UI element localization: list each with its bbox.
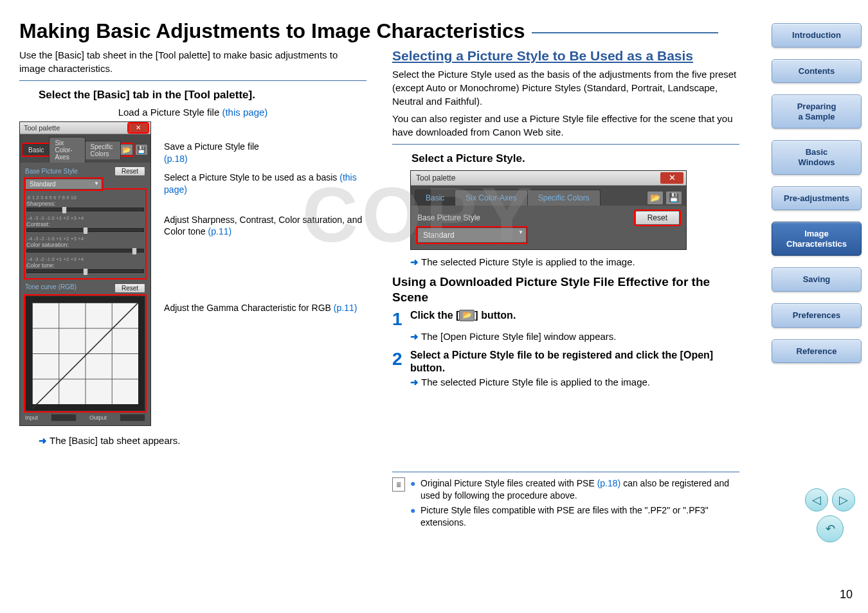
note-1: Original Picture Style files created wit… (410, 477, 739, 502)
style-applied-result: The selected Picture Style is applied to… (421, 256, 635, 267)
page-content: Making Basic Adjustments to Image Charac… (0, 0, 759, 544)
callout-gamma: Adjust the Gamma Characteristic for RGB (164, 303, 334, 313)
base-dropdown-small[interactable]: Standard (417, 227, 527, 243)
tab-specific-small[interactable]: Specific Colors (527, 190, 601, 206)
step-1: 1 Click the [📂] button. (392, 309, 739, 330)
separator (19, 80, 366, 81)
nav-reference[interactable]: Reference (772, 339, 862, 364)
result-arrow-icon-4: ➜ (410, 377, 419, 387)
separator-2 (392, 144, 739, 145)
step1-result: The [Open Picture Style file] window app… (421, 331, 617, 342)
step-1-number: 1 (392, 309, 408, 330)
output-value (120, 414, 145, 422)
p18-link[interactable]: (p.18) (164, 154, 188, 164)
step2-result: The selected Picture Style file is appli… (421, 377, 650, 387)
callout-adjust: Adjust Sharpness, Contrast, Color satura… (164, 215, 362, 237)
close-icon-small[interactable]: ✕ (660, 172, 683, 184)
nav-image-characteristics[interactable]: Image Characteristics (772, 222, 862, 256)
tone-curve-label: Tone curve (RGB) (25, 283, 77, 293)
note-2: Picture Style files compatible with PSE … (410, 504, 739, 529)
load-caption: Load a Picture Style file (this page) (19, 107, 366, 118)
result-arrow-icon-2: ➜ (410, 256, 419, 267)
base-picture-style-dropdown[interactable]: Standard (25, 179, 102, 190)
nav-preferences[interactable]: Preferences (772, 303, 862, 328)
right-column: Selecting a Picture Style to Be Used as … (392, 48, 739, 531)
step-2: 2 Select a Picture Style file to be regi… (392, 349, 739, 376)
reset-button-small[interactable]: Reset (635, 211, 680, 225)
input-label: Input (25, 414, 38, 421)
tone-curve[interactable] (25, 296, 145, 411)
sliders-block: 0 1 2 3 4 5 6 7 8 9 10 Sharpness: -4 -3 … (25, 190, 145, 278)
page-number: 10 (840, 588, 853, 601)
step2-text: Select a Picture Style file to be regist… (410, 349, 732, 376)
saturation-label: Color saturation: (26, 242, 69, 248)
nav-saving[interactable]: Saving (772, 267, 862, 292)
page-title: Making Basic Adjustments to Image Charac… (19, 19, 739, 43)
sidebar-nav: Introduction Contents Preparing a Sample… (772, 23, 862, 363)
back-button[interactable]: ↶ (817, 515, 844, 542)
tone-slider[interactable] (26, 269, 144, 273)
result-arrow-icon: ➜ (39, 435, 47, 446)
select-picture-style-head: Select a Picture Style. (411, 152, 739, 165)
open-file-icon[interactable]: 📂 (120, 144, 133, 155)
p18-link-2[interactable]: (p.18) (597, 478, 621, 488)
note-icon: ≣ (392, 477, 405, 492)
downloaded-style-heading: Using a Downloaded Picture Style File Ef… (392, 274, 739, 305)
page-nav-controls: ◁ ▷ ↶ (805, 488, 855, 542)
palette-titlebar-small: Tool palette ✕ (411, 171, 686, 186)
close-icon[interactable]: ✕ (129, 123, 148, 132)
open-icon-inline: 📂 (459, 310, 475, 321)
p11-link-2[interactable]: (p.11) (334, 303, 357, 313)
tab-six-small[interactable]: Six Color-Axes (455, 190, 527, 206)
contrast-label: Contrast: (26, 221, 50, 227)
result-arrow-icon-3: ➜ (410, 331, 419, 342)
this-page-link[interactable]: (this page) (222, 107, 267, 118)
tone-label: Color tone: (26, 262, 55, 269)
nav-introduction[interactable]: Introduction (772, 23, 862, 48)
nav-preparing-sample[interactable]: Preparing a Sample (772, 94, 862, 129)
sharpness-slider[interactable] (26, 208, 144, 211)
contrast-slider[interactable] (26, 228, 144, 232)
open-file-icon-small[interactable]: 📂 (647, 191, 664, 205)
saturation-slider[interactable] (26, 249, 144, 253)
base-label-small: Base Picture Style (417, 213, 480, 222)
basic-tab-result: The [Basic] tab sheet appears. (50, 435, 180, 446)
select-basic-tab-head: Select the [Basic] tab in the [Tool pale… (39, 89, 366, 102)
save-file-icon-small[interactable]: 💾 (665, 191, 682, 205)
tool-palette-figure-small: Tool palette ✕ Basic Six Color-Axes Spec… (410, 170, 687, 250)
callout-select-basis: Select a Picture Style to be used as a b… (164, 172, 339, 182)
step-2-number: 2 (392, 349, 408, 369)
next-page-button[interactable]: ▷ (832, 488, 855, 511)
nav-basic-windows[interactable]: Basic Windows (772, 140, 862, 174)
nav-contents[interactable]: Contents (772, 59, 862, 84)
tab-six-color-axes[interactable]: Six Color-Axes (49, 137, 85, 163)
palette-titlebar: Tool palette ✕ (20, 122, 150, 134)
prev-page-button[interactable]: ◁ (805, 488, 828, 511)
input-value (51, 414, 77, 422)
tab-basic-small[interactable]: Basic (415, 190, 455, 206)
nav-pre-adjustments[interactable]: Pre-adjustments (772, 186, 862, 211)
svg-line-0 (32, 303, 138, 409)
tab-specific-colors[interactable]: Specific Colors (85, 141, 121, 159)
left-column: Use the [Basic] tab sheet in the [Tool p… (19, 48, 366, 531)
tool-palette-figure: Tool palette ✕ Basic Six Color-Axes Spec… (19, 121, 151, 426)
select-style-p2: You can also register and use a Picture … (392, 112, 739, 139)
tab-basic[interactable]: Basic (23, 144, 50, 155)
callout-save: Save a Picture Style file (164, 141, 259, 152)
selecting-style-heading: Selecting a Picture Style to Be Used as … (392, 48, 739, 64)
tone-reset-button[interactable]: Reset (114, 283, 145, 293)
base-picture-style-label: Base Picture Style (25, 168, 78, 175)
save-file-icon[interactable]: 💾 (135, 144, 148, 155)
callouts: Save a Picture Style file (p.18) Select … (164, 121, 366, 332)
output-label: Output (89, 414, 107, 421)
select-style-p1: Select the Picture Style used as the bas… (392, 67, 739, 108)
reset-button[interactable]: Reset (114, 166, 145, 176)
sharpness-label: Sharpness: (26, 200, 56, 207)
notes-box: ≣ Original Picture Style files created w… (392, 472, 739, 531)
p11-link-1[interactable]: (p.11) (208, 226, 232, 236)
intro-text: Use the [Basic] tab sheet in the [Tool p… (19, 48, 366, 75)
